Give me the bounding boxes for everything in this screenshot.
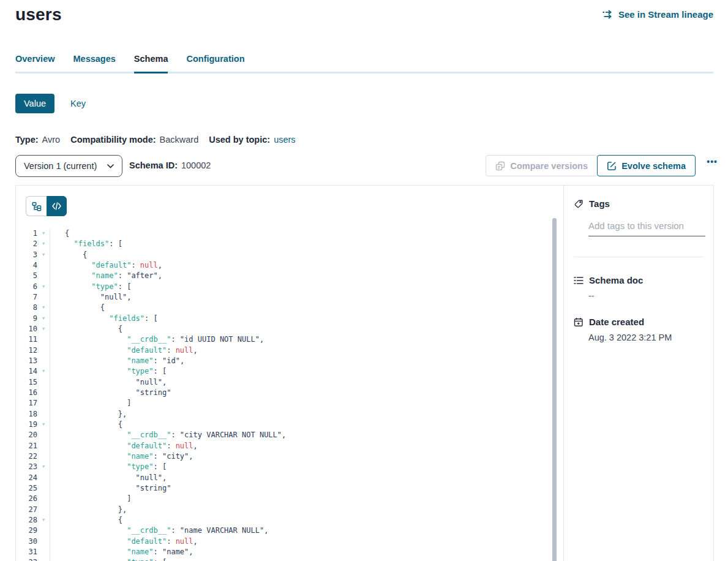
code-text: "__crdb__": "id UUID NOT NULL", [65,334,264,345]
fold-toggle-icon[interactable]: ▼ [37,515,50,525]
tab-bar: Overview Messages Schema Configuration [15,54,713,73]
fold-toggle-icon[interactable]: ▼ [37,420,50,430]
code-line: 1▼{ [16,228,563,239]
line-number: 2 [16,239,37,249]
value-key-toggle: Value Key [15,94,86,113]
code-line: 16 "string" [16,388,563,398]
fold-toggle-icon[interactable]: ▼ [37,250,50,260]
fold-spacer [37,451,50,462]
schema-sidebar: Tags Schema doc -- [563,186,713,561]
line-number: 17 [16,398,37,409]
chevron-down-icon [107,164,114,168]
code-text: { [65,228,69,239]
line-number: 4 [16,260,37,271]
add-tags-input[interactable] [588,219,705,236]
compare-icon [495,161,505,171]
code-line: 30 "default": null, [16,537,563,547]
fold-spacer [37,494,50,504]
code-text: "default": null, [65,441,198,451]
line-number: 27 [16,505,37,515]
code-text: "string" [65,483,171,494]
code-text: { [65,303,105,313]
line-number: 6 [16,282,37,292]
compare-versions-button[interactable]: Compare versions [486,155,598,176]
code-line: 11 "__crdb__": "id UUID NOT NULL", [16,334,563,345]
code-line: 14▼ "type": [ [16,366,563,377]
line-number: 5 [16,271,37,281]
tab-configuration[interactable]: Configuration [186,54,244,73]
code-line: 28▼ { [16,515,563,525]
line-number: 12 [16,345,37,356]
code-text: { [65,515,122,525]
tab-overview[interactable]: Overview [15,54,55,73]
code-text: "string" [65,388,171,398]
see-in-stream-lineage-link[interactable]: See in Stream lineage [602,9,713,20]
code-view-button[interactable] [47,196,67,216]
code-line: 19▼ { [16,420,563,430]
fold-toggle-icon[interactable]: ▼ [37,366,50,377]
evolve-schema-button[interactable]: Evolve schema [597,155,696,176]
schema-page: users See in Stream lineage Overview Mes… [0,0,728,561]
line-number: 14 [16,366,37,377]
fold-toggle-icon[interactable]: ▼ [37,303,50,313]
fold-spacer [37,483,50,494]
code-line: 27 }, [16,505,563,515]
code-line: 5 "name": "after", [16,271,563,281]
schema-doc-value: -- [588,291,595,301]
version-select[interactable]: Version 1 (current) [15,155,122,177]
fold-spacer [37,292,50,303]
fold-spacer [37,260,50,271]
vertical-scrollbar[interactable] [552,218,557,561]
line-number: 30 [16,537,37,547]
code-line: 32▼ "type": [ [16,557,563,561]
fold-spacer [37,334,50,345]
line-number: 8 [16,303,37,313]
code-text: "name": "after", [65,271,162,281]
value-toggle-button[interactable]: Value [15,94,54,113]
fold-toggle-icon[interactable]: ▼ [37,324,50,334]
code-line: 3▼ { [16,250,563,260]
line-number: 25 [16,483,37,494]
fold-toggle-icon[interactable]: ▼ [37,462,50,472]
stream-lineage-icon [602,10,614,19]
line-number: 7 [16,292,37,303]
fold-spacer [37,377,50,388]
code-text: "type": [ [65,366,167,377]
tree-view-button[interactable] [26,196,47,216]
tab-schema[interactable]: Schema [134,54,168,73]
more-options-button[interactable]: ••• [707,157,718,167]
fold-toggle-icon[interactable]: ▼ [37,314,50,324]
code-text: { [65,420,122,430]
line-number: 13 [16,356,37,366]
code-text: "name": "name", [65,547,193,557]
code-line: 15 "null", [16,377,563,388]
fold-spacer [37,409,50,420]
code-view-icon [52,202,61,210]
page-title: users [15,5,62,24]
fold-spacer [37,430,50,440]
code-text: "default": null, [65,537,198,547]
fold-toggle-icon[interactable]: ▼ [37,557,50,561]
code-text: "type": [ [65,282,131,292]
line-number: 3 [16,250,37,260]
line-number: 16 [16,388,37,398]
code-text: "fields": [ [65,314,158,324]
code-text: "type": [ [65,462,167,472]
fold-spacer [37,271,50,281]
key-toggle-button[interactable]: Key [70,99,86,108]
code-text: ] [65,494,131,504]
topic-link[interactable]: users [274,135,295,145]
fold-toggle-icon[interactable]: ▼ [37,228,50,239]
line-number: 15 [16,377,37,388]
code-text: "type": [ [65,557,167,561]
code-text: "name": "id", [65,356,184,366]
fold-toggle-icon[interactable]: ▼ [37,239,50,249]
tag-icon [574,199,584,209]
fold-spacer [37,525,50,536]
tab-messages[interactable]: Messages [73,54,116,73]
line-number: 19 [16,420,37,430]
fold-toggle-icon[interactable]: ▼ [37,282,50,292]
calendar-plus-icon [574,317,584,327]
line-number: 26 [16,494,37,504]
sidebar-divider [574,257,704,257]
